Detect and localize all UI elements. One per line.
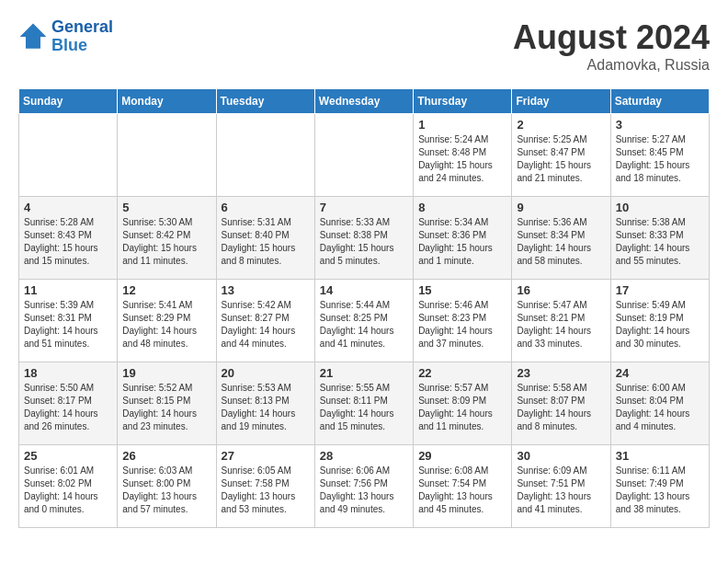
- day-info: Sunrise: 5:24 AM Sunset: 8:48 PM Dayligh…: [418, 133, 506, 185]
- day-number: 31: [616, 449, 704, 463]
- day-number: 25: [24, 449, 112, 463]
- day-info: Sunrise: 5:41 AM Sunset: 8:29 PM Dayligh…: [122, 299, 210, 350]
- location: Adamovka, Russia: [513, 57, 710, 74]
- calendar-cell: 16Sunrise: 5:47 AM Sunset: 8:21 PM Dayli…: [512, 280, 610, 362]
- day-number: 21: [320, 366, 408, 380]
- day-number: 22: [418, 366, 506, 380]
- day-number: 11: [24, 283, 112, 297]
- day-info: Sunrise: 5:27 AM Sunset: 8:45 PM Dayligh…: [616, 133, 704, 185]
- calendar-cell: 17Sunrise: 5:49 AM Sunset: 8:19 PM Dayli…: [610, 280, 709, 362]
- day-info: Sunrise: 5:34 AM Sunset: 8:36 PM Dayligh…: [418, 216, 506, 268]
- day-number: 2: [517, 118, 605, 132]
- day-number: 30: [517, 449, 605, 463]
- month-year: August 2024: [513, 18, 710, 57]
- calendar-cell: 14Sunrise: 5:44 AM Sunset: 8:25 PM Dayli…: [314, 280, 413, 362]
- day-info: Sunrise: 6:06 AM Sunset: 7:56 PM Dayligh…: [320, 465, 408, 516]
- day-info: Sunrise: 5:42 AM Sunset: 8:27 PM Dayligh…: [222, 299, 310, 350]
- weekday-header-sunday: Sunday: [19, 89, 118, 114]
- calendar-cell: 8Sunrise: 5:34 AM Sunset: 8:36 PM Daylig…: [414, 197, 512, 280]
- day-number: 15: [418, 283, 506, 297]
- calendar-cell: 22Sunrise: 5:57 AM Sunset: 8:09 PM Dayli…: [414, 362, 512, 445]
- weekday-header-friday: Friday: [512, 89, 610, 114]
- day-number: 14: [320, 283, 408, 297]
- day-number: 18: [24, 366, 112, 380]
- day-number: 6: [222, 201, 310, 214]
- day-number: 5: [122, 201, 210, 214]
- day-number: 3: [616, 118, 704, 132]
- calendar-cell: 4Sunrise: 5:28 AM Sunset: 8:43 PM Daylig…: [19, 197, 118, 280]
- day-number: 9: [517, 201, 605, 214]
- calendar-cell: [118, 114, 216, 197]
- calendar-cell: 7Sunrise: 5:33 AM Sunset: 8:38 PM Daylig…: [314, 197, 413, 280]
- day-info: Sunrise: 5:55 AM Sunset: 8:11 PM Dayligh…: [320, 382, 408, 433]
- logo: General Blue: [18, 18, 113, 55]
- day-info: Sunrise: 5:53 AM Sunset: 8:13 PM Dayligh…: [222, 382, 310, 433]
- day-info: Sunrise: 6:03 AM Sunset: 8:00 PM Dayligh…: [122, 465, 210, 516]
- day-number: 26: [122, 449, 210, 463]
- page-header: General Blue August 2024 Adamovka, Russi…: [18, 18, 710, 74]
- calendar-cell: 10Sunrise: 5:38 AM Sunset: 8:33 PM Dayli…: [610, 197, 709, 280]
- calendar-cell: 20Sunrise: 5:53 AM Sunset: 8:13 PM Dayli…: [216, 362, 314, 445]
- day-info: Sunrise: 6:00 AM Sunset: 8:04 PM Dayligh…: [616, 382, 704, 433]
- calendar-cell: 2Sunrise: 5:25 AM Sunset: 8:47 PM Daylig…: [512, 114, 610, 197]
- day-number: 4: [24, 201, 112, 214]
- day-number: 17: [616, 283, 704, 297]
- day-info: Sunrise: 5:58 AM Sunset: 8:07 PM Dayligh…: [517, 382, 605, 433]
- day-number: 24: [616, 366, 704, 380]
- weekday-header-tuesday: Tuesday: [216, 89, 314, 114]
- calendar-cell: 26Sunrise: 6:03 AM Sunset: 8:00 PM Dayli…: [118, 445, 216, 528]
- weekday-header-row: SundayMondayTuesdayWednesdayThursdayFrid…: [19, 89, 710, 114]
- day-info: Sunrise: 5:47 AM Sunset: 8:21 PM Dayligh…: [517, 299, 605, 350]
- day-info: Sunrise: 5:33 AM Sunset: 8:38 PM Dayligh…: [320, 216, 408, 268]
- day-info: Sunrise: 6:01 AM Sunset: 8:02 PM Dayligh…: [24, 465, 112, 516]
- svg-marker-0: [20, 23, 47, 48]
- day-number: 29: [418, 449, 506, 463]
- calendar-cell: 28Sunrise: 6:06 AM Sunset: 7:56 PM Dayli…: [314, 445, 413, 528]
- calendar-cell: 5Sunrise: 5:30 AM Sunset: 8:42 PM Daylig…: [118, 197, 216, 280]
- weekday-header-monday: Monday: [118, 89, 216, 114]
- calendar-cell: 21Sunrise: 5:55 AM Sunset: 8:11 PM Dayli…: [314, 362, 413, 445]
- day-info: Sunrise: 5:28 AM Sunset: 8:43 PM Dayligh…: [24, 216, 112, 268]
- title-block: August 2024 Adamovka, Russia: [513, 18, 710, 74]
- day-info: Sunrise: 5:38 AM Sunset: 8:33 PM Dayligh…: [616, 216, 704, 268]
- calendar-cell: 24Sunrise: 6:00 AM Sunset: 8:04 PM Dayli…: [610, 362, 709, 445]
- calendar-cell: 9Sunrise: 5:36 AM Sunset: 8:34 PM Daylig…: [512, 197, 610, 280]
- day-number: 20: [222, 366, 310, 380]
- day-number: 7: [320, 201, 408, 214]
- week-row-4: 18Sunrise: 5:50 AM Sunset: 8:17 PM Dayli…: [19, 362, 710, 445]
- calendar-cell: 27Sunrise: 6:05 AM Sunset: 7:58 PM Dayli…: [216, 445, 314, 528]
- day-info: Sunrise: 6:09 AM Sunset: 7:51 PM Dayligh…: [517, 465, 605, 516]
- calendar-cell: 19Sunrise: 5:52 AM Sunset: 8:15 PM Dayli…: [118, 362, 216, 445]
- day-info: Sunrise: 5:39 AM Sunset: 8:31 PM Dayligh…: [24, 299, 112, 350]
- day-number: 23: [517, 366, 605, 380]
- week-row-5: 25Sunrise: 6:01 AM Sunset: 8:02 PM Dayli…: [19, 445, 710, 528]
- day-number: 19: [122, 366, 210, 380]
- calendar-cell: 23Sunrise: 5:58 AM Sunset: 8:07 PM Dayli…: [512, 362, 610, 445]
- week-row-3: 11Sunrise: 5:39 AM Sunset: 8:31 PM Dayli…: [19, 280, 710, 362]
- day-info: Sunrise: 6:05 AM Sunset: 7:58 PM Dayligh…: [222, 465, 310, 516]
- calendar-cell: 11Sunrise: 5:39 AM Sunset: 8:31 PM Dayli…: [19, 280, 118, 362]
- day-info: Sunrise: 5:25 AM Sunset: 8:47 PM Dayligh…: [517, 133, 605, 185]
- calendar-cell: 30Sunrise: 6:09 AM Sunset: 7:51 PM Dayli…: [512, 445, 610, 528]
- day-number: 27: [222, 449, 310, 463]
- day-info: Sunrise: 5:30 AM Sunset: 8:42 PM Dayligh…: [122, 216, 210, 268]
- calendar-cell: 13Sunrise: 5:42 AM Sunset: 8:27 PM Dayli…: [216, 280, 314, 362]
- day-info: Sunrise: 5:50 AM Sunset: 8:17 PM Dayligh…: [24, 382, 112, 433]
- calendar-cell: 3Sunrise: 5:27 AM Sunset: 8:45 PM Daylig…: [610, 114, 709, 197]
- calendar-cell: 1Sunrise: 5:24 AM Sunset: 8:48 PM Daylig…: [414, 114, 512, 197]
- day-number: 8: [418, 201, 506, 214]
- calendar-cell: [19, 114, 118, 197]
- weekday-header-saturday: Saturday: [610, 89, 709, 114]
- day-info: Sunrise: 5:36 AM Sunset: 8:34 PM Dayligh…: [517, 216, 605, 268]
- day-info: Sunrise: 5:57 AM Sunset: 8:09 PM Dayligh…: [418, 382, 506, 433]
- day-number: 16: [517, 283, 605, 297]
- calendar-cell: 29Sunrise: 6:08 AM Sunset: 7:54 PM Dayli…: [414, 445, 512, 528]
- weekday-header-thursday: Thursday: [414, 89, 512, 114]
- logo-text: General Blue: [51, 18, 113, 55]
- calendar-cell: 25Sunrise: 6:01 AM Sunset: 8:02 PM Dayli…: [19, 445, 118, 528]
- logo-icon: [18, 22, 48, 52]
- week-row-2: 4Sunrise: 5:28 AM Sunset: 8:43 PM Daylig…: [19, 197, 710, 280]
- weekday-header-wednesday: Wednesday: [314, 89, 413, 114]
- day-number: 10: [616, 201, 704, 214]
- day-number: 28: [320, 449, 408, 463]
